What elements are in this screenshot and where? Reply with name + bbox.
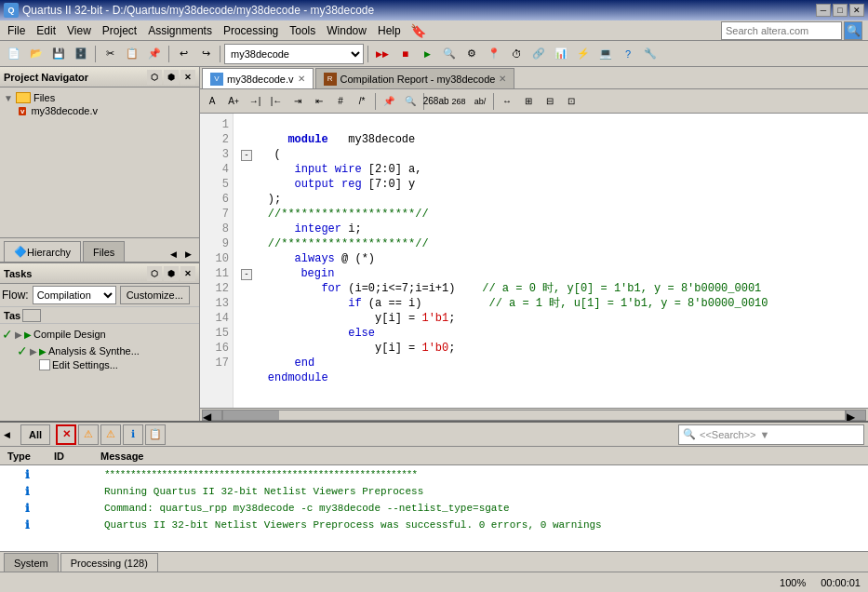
pn-close[interactable]: ✕: [180, 70, 195, 85]
verilog-file-item[interactable]: v my38decode.v: [4, 104, 195, 117]
menu-project[interactable]: Project: [97, 22, 142, 39]
code-content[interactable]: module my38decode - ( input wire [2:0] a…: [234, 114, 868, 408]
pn-icon-1[interactable]: ⬡: [147, 70, 162, 85]
search-button[interactable]: 🔍: [844, 21, 862, 40]
paste-button[interactable]: 📌: [144, 44, 165, 64]
undo-button[interactable]: ↩: [173, 44, 194, 64]
tab-processing[interactable]: Processing (128): [60, 553, 158, 572]
extra-button[interactable]: 🔧: [640, 44, 661, 64]
sim-button[interactable]: 📊: [551, 44, 571, 64]
stop-button[interactable]: ⏹: [394, 44, 415, 64]
analyze-button[interactable]: 🔍: [439, 44, 460, 64]
etb-btn-7[interactable]: #: [330, 91, 351, 112]
run-button[interactable]: ▶: [417, 44, 437, 64]
nav-prev[interactable]: ◀: [166, 247, 180, 262]
task-play-1[interactable]: ▶: [24, 330, 32, 340]
tasks-icon2[interactable]: ⬢: [164, 266, 179, 281]
files-folder[interactable]: ▼ Files: [4, 91, 195, 104]
msg-warn-btn[interactable]: ⚠: [78, 424, 99, 445]
etb-btn-12[interactable]: 268: [448, 91, 469, 112]
redo-button[interactable]: ↪: [195, 44, 216, 64]
tab-hierarchy[interactable]: 🔷 Hierarchy: [4, 241, 81, 262]
fold-2[interactable]: -: [241, 150, 252, 161]
tab-system[interactable]: System: [4, 553, 59, 572]
menu-edit[interactable]: Edit: [31, 22, 61, 39]
task-edit-settings[interactable]: Edit Settings...: [2, 359, 197, 370]
fold-10[interactable]: -: [241, 269, 252, 280]
etb-btn-11[interactable]: 268ab/: [427, 91, 447, 112]
task-analysis-synth[interactable]: ✓ ▶ ▶ Analysis & Synthe...: [2, 343, 197, 359]
etb-btn-2[interactable]: A+: [223, 91, 244, 112]
verilog-tab-close[interactable]: ✕: [298, 74, 305, 84]
etb-btn-5[interactable]: ⇥: [287, 91, 308, 112]
editor-tab-report[interactable]: R Compilation Report - my38decode ✕: [315, 68, 515, 88]
msg-side-icon-1[interactable]: ◀: [4, 430, 17, 439]
maximize-button[interactable]: □: [833, 4, 848, 17]
search-altera-input[interactable]: [721, 21, 842, 40]
etb-btn-8[interactable]: /*: [352, 91, 372, 112]
menu-file[interactable]: File: [2, 22, 31, 39]
open-file-button[interactable]: 📂: [26, 44, 47, 64]
hscroll-track[interactable]: [222, 410, 846, 421]
etb-btn-1[interactable]: A: [202, 91, 222, 112]
cut-button[interactable]: ✂: [100, 44, 120, 64]
programmer-button[interactable]: 💻: [595, 44, 616, 64]
msg-all-button[interactable]: All: [20, 424, 50, 445]
message-content[interactable]: ℹ **************************************…: [0, 465, 868, 551]
msg-info-btn[interactable]: ⚠: [100, 424, 121, 445]
task-expand-2[interactable]: ▶: [30, 346, 37, 357]
menu-help[interactable]: Help: [372, 22, 407, 39]
title-bar-controls[interactable]: ─ □ ✕: [816, 4, 864, 17]
save-all-button[interactable]: 🗄️: [71, 44, 91, 64]
code-editor[interactable]: 12345 678910 1112131415 1617 module my38…: [200, 114, 868, 408]
menu-processing[interactable]: Processing: [218, 22, 284, 39]
etb-btn-13[interactable]: ab/: [470, 91, 490, 112]
msg-error-btn[interactable]: ✕: [56, 424, 76, 445]
timing-button[interactable]: ⏱: [506, 44, 527, 64]
project-dropdown[interactable]: my38decode: [224, 44, 364, 64]
etb-btn-9[interactable]: 📌: [379, 91, 399, 112]
pin-planner-button[interactable]: 📍: [484, 44, 504, 64]
new-file-button[interactable]: 📄: [4, 44, 24, 64]
etb-btn-6[interactable]: ⇤: [309, 91, 329, 112]
settings-button[interactable]: ⚙: [461, 44, 482, 64]
etb-btn-3[interactable]: →|: [245, 91, 265, 112]
flow-dropdown[interactable]: Compilation: [33, 286, 116, 304]
etb-btn-16[interactable]: ⊟: [540, 91, 560, 112]
netlist-button[interactable]: 🔗: [528, 44, 549, 64]
tasks-icon1[interactable]: ⬡: [147, 266, 162, 281]
task-compile-design[interactable]: ✓ ▶ ▶ Compile Design: [2, 326, 197, 343]
tab-files[interactable]: Files: [83, 241, 125, 262]
report-tab-close[interactable]: ✕: [499, 74, 506, 84]
tasks-close[interactable]: ✕: [180, 266, 195, 281]
etb-btn-17[interactable]: ⊡: [561, 91, 581, 112]
compile-button[interactable]: ▶▶: [372, 44, 393, 64]
close-button[interactable]: ✕: [849, 4, 864, 17]
msg-extra-btn[interactable]: 📋: [145, 424, 166, 445]
message-search[interactable]: 🔍 <<Search>> ▼: [678, 424, 864, 445]
edit-settings-checkbox[interactable]: [39, 359, 50, 370]
task-expand-1[interactable]: ▶: [15, 330, 22, 340]
pn-icon-2[interactable]: ⬢: [164, 70, 179, 85]
help-button[interactable]: ?: [618, 44, 638, 64]
menu-assignments[interactable]: Assignments: [142, 22, 218, 39]
copy-button[interactable]: 📋: [122, 44, 142, 64]
menu-tools[interactable]: Tools: [284, 22, 321, 39]
hscroll-thumb[interactable]: [223, 410, 279, 420]
etb-btn-10[interactable]: 🔍: [400, 91, 421, 112]
power-button[interactable]: ⚡: [573, 44, 594, 64]
nav-next[interactable]: ▶: [180, 247, 195, 262]
msg-note-btn[interactable]: ℹ: [123, 424, 143, 445]
etb-btn-15[interactable]: ⊞: [518, 91, 539, 112]
menu-view[interactable]: View: [61, 22, 97, 39]
etb-btn-4[interactable]: |←: [266, 91, 287, 112]
hscroll-right[interactable]: ▶: [846, 410, 866, 421]
customize-button[interactable]: Customize...: [120, 286, 190, 304]
editor-hscroll[interactable]: ◀ ▶: [200, 408, 868, 421]
editor-tab-verilog[interactable]: V my38decode.v ✕: [202, 68, 314, 88]
task-play-2[interactable]: ▶: [39, 346, 47, 357]
menu-window[interactable]: Window: [321, 22, 372, 39]
etb-btn-14[interactable]: ↔: [497, 91, 517, 112]
save-button[interactable]: 💾: [48, 44, 69, 64]
hscroll-left[interactable]: ◀: [202, 410, 222, 421]
